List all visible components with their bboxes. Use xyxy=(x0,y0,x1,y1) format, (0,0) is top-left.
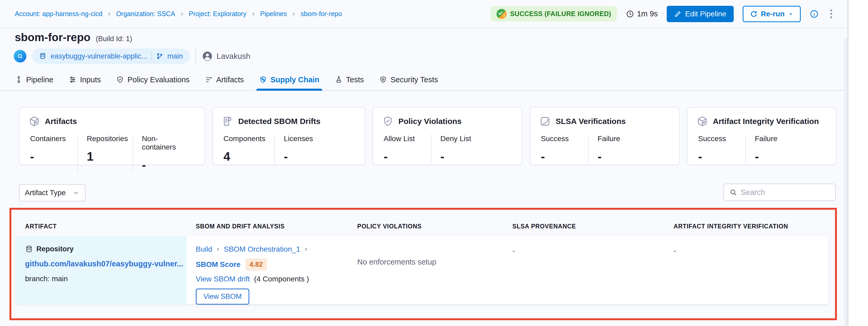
view-sbom-drift-link[interactable]: View SBOM drift xyxy=(196,275,250,283)
column-header-sbom: SBOM AND DRIFT ANALYSIS xyxy=(187,223,348,230)
stat-deny-list: Deny List- xyxy=(431,134,480,164)
card-artifact-integrity: Artifact Integrity Verification Success-… xyxy=(687,107,836,165)
branch-name[interactable]: main xyxy=(167,52,183,60)
card-title: SLSA Verifications xyxy=(556,117,626,126)
shield-check-icon xyxy=(382,116,394,127)
tab-security-tests[interactable]: Security Tests xyxy=(379,69,438,90)
tab-tests[interactable]: Tests xyxy=(335,69,364,90)
git-branch-icon xyxy=(156,53,163,60)
duration: 1m 9s xyxy=(626,9,658,18)
chevron-down-icon xyxy=(72,189,80,196)
chevron-right-icon xyxy=(291,11,296,17)
chevron-right-icon xyxy=(215,247,221,252)
edit-pipeline-button[interactable]: Edit Pipeline xyxy=(667,6,734,22)
tab-pipeline[interactable]: Pipeline xyxy=(15,69,53,90)
rerun-button[interactable]: Re-run xyxy=(743,6,801,22)
info-icon[interactable] xyxy=(810,9,819,19)
artifact-cell: Repository github.com/lavakush07/easybug… xyxy=(16,236,187,305)
caret-down-icon xyxy=(788,11,794,17)
chevron-right-icon xyxy=(106,11,112,17)
card-artifacts: Artifacts Containers- Repositories1 Non-… xyxy=(19,107,205,165)
card-title: Artifact Integrity Verification xyxy=(713,117,819,126)
status-text: SUCCESS (FAILURE IGNORED) xyxy=(510,10,611,18)
execution-actions: ! SUCCESS (FAILURE IGNORED) 1m 9s Edit P… xyxy=(491,6,835,22)
refresh-icon xyxy=(750,10,758,18)
column-header-artifact: ARTIFACT xyxy=(16,223,187,230)
artifact-type: Repository xyxy=(25,245,179,253)
breadcrumb-current-pipeline[interactable]: sbom-for-repo xyxy=(301,10,342,18)
table-header-row: ARTIFACT SBOM AND DRIFT ANALYSIS POLICY … xyxy=(16,223,829,230)
top-bar: Account: app-harness-ng-cicd Organizatio… xyxy=(0,0,847,28)
stat-slsa-success: Success- xyxy=(539,134,588,164)
execution-tabs: Pipeline Inputs Policy Evaluations Artif… xyxy=(0,69,847,91)
card-title: Detected SBOM Drifts xyxy=(238,117,320,126)
sbom-score-badge: 4.82 xyxy=(245,258,267,271)
table-row: Repository github.com/lavakush07/easybug… xyxy=(16,236,829,304)
tab-inputs[interactable]: Inputs xyxy=(69,69,101,90)
chevron-right-icon xyxy=(179,11,185,17)
search-input[interactable] xyxy=(741,188,830,197)
slsa-icon xyxy=(539,116,551,127)
build-trigger-icon xyxy=(14,50,26,63)
breadcrumb-pipelines[interactable]: Pipelines xyxy=(260,10,287,18)
tab-policy-evaluations[interactable]: Policy Evaluations xyxy=(116,69,189,90)
inputs-icon xyxy=(69,76,76,84)
page-title: sbom-for-repo xyxy=(15,31,91,44)
artifact-integrity-cell: - xyxy=(664,236,829,305)
stat-allow-list: Allow List- xyxy=(382,134,431,164)
stat-integrity-failure: Failure- xyxy=(745,134,794,164)
app-window: Account: app-harness-ng-cicd Organizatio… xyxy=(0,0,847,326)
search-icon xyxy=(729,188,737,196)
breadcrumb-account[interactable]: Account: app-harness-ng-cicd xyxy=(15,10,102,18)
step-link-sbom-orchestration[interactable]: SBOM Orchestration_1 xyxy=(224,245,300,254)
pencil-icon xyxy=(674,10,681,18)
user-name: Lavakush xyxy=(217,52,250,61)
repository-icon xyxy=(39,53,46,60)
sbom-drift-row: View SBOM drift (4 Components ) xyxy=(196,275,340,283)
artifact-branch: branch: main xyxy=(25,274,179,283)
stat-licenses: Licenses- xyxy=(274,134,323,164)
policy-violations-cell: No enforcements setup xyxy=(348,236,503,305)
repository-icon xyxy=(25,245,33,253)
divider xyxy=(151,52,152,60)
breadcrumb: Account: app-harness-ng-cicd Organizatio… xyxy=(15,10,342,18)
scrollbar-track[interactable] xyxy=(844,38,847,326)
stat-repositories: Repositories1 xyxy=(77,134,132,172)
stage-link-build[interactable]: Build xyxy=(196,245,212,254)
chevron-right-icon xyxy=(251,11,256,17)
artifact-type-dropdown[interactable]: Artifact Type xyxy=(19,184,86,201)
security-shield-icon xyxy=(379,76,387,84)
stat-non-containers: Non-containers- xyxy=(132,134,195,172)
stat-slsa-failure: Failure- xyxy=(588,134,637,164)
build-id-label: (Build Id: 1) xyxy=(96,35,132,43)
cube-icon xyxy=(29,116,40,127)
column-header-policy: POLICY VIOLATIONS xyxy=(348,223,503,230)
card-slsa-verifications: SLSA Verifications Success- Failure- xyxy=(530,107,680,165)
more-options-icon[interactable] xyxy=(828,8,835,20)
view-sbom-button[interactable]: View SBOM xyxy=(196,289,249,305)
tab-artifacts[interactable]: Artifacts xyxy=(205,69,244,90)
page-title-row: sbom-for-repo (Build Id: 1) xyxy=(15,31,132,44)
document-cube-icon xyxy=(222,116,234,127)
duration-text: 1m 9s xyxy=(637,9,658,18)
artifact-repo-link[interactable]: github.com/lavakush07/easybuggy-vulner..… xyxy=(25,260,179,268)
repo-branch-chip[interactable]: easybuggy-vulnerable-applic... main xyxy=(32,48,190,64)
slsa-provenance-cell: - xyxy=(503,236,664,305)
user-avatar-icon xyxy=(202,51,213,62)
card-policy-violations: Policy Violations Allow List- Deny List- xyxy=(373,107,522,165)
repo-name[interactable]: easybuggy-vulnerable-applic... xyxy=(51,52,147,60)
drift-component-count: (4 Components ) xyxy=(254,275,309,283)
right-side-strip xyxy=(847,0,868,326)
stat-integrity-success: Success- xyxy=(696,134,745,164)
breadcrumb-organization[interactable]: Organization: SSCA xyxy=(116,10,175,18)
pipeline-icon xyxy=(15,76,23,84)
search-box xyxy=(723,184,836,201)
clock-icon xyxy=(626,10,634,18)
sbom-stage-breadcrumb: Build SBOM Orchestration_1 xyxy=(196,245,340,254)
breadcrumb-project[interactable]: Project: Exploratory xyxy=(189,10,246,18)
sbom-score-link[interactable]: SBOM Score xyxy=(196,260,241,269)
tab-supply-chain[interactable]: Supply Chain xyxy=(259,69,319,90)
sbom-cell: Build SBOM Orchestration_1 SBOM Score 4.… xyxy=(187,236,348,305)
column-header-slsa: SLSA PROVENANCE xyxy=(503,223,664,230)
card-title: Artifacts xyxy=(45,117,77,126)
